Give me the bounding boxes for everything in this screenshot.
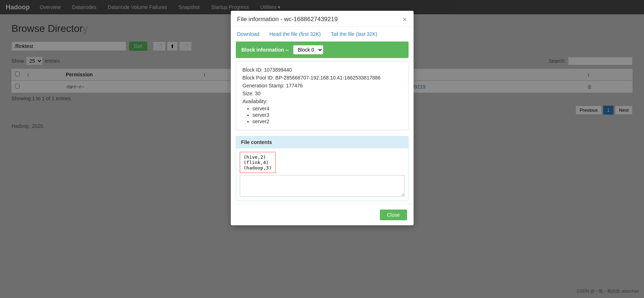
server-item-2: server3 — [253, 112, 402, 118]
download-link[interactable]: Download — [237, 31, 259, 37]
file-contents-section: File contents (hive,2) (flink,4) (hadoop… — [236, 136, 409, 138]
modal-close-button[interactable]: × — [403, 16, 407, 23]
generation-label: Generation Stamp: — [243, 83, 285, 88]
modal-overlay: File information - wc-1688627439219 × Do… — [0, 0, 644, 138]
block-id-value: 1073899440 — [264, 67, 292, 73]
block-pool-label: Block Pool ID: — [243, 75, 274, 81]
block-info-section: Block information -- Block 0 — [236, 42, 409, 58]
modal-title: File information - wc-1688627439219 — [237, 16, 338, 23]
size-label: Size: — [243, 91, 254, 96]
tail-file-link[interactable]: Tail the file (last 32K) — [331, 31, 377, 37]
block-pool-value: BP-285668707-192.168.10.41-1662533817886 — [275, 75, 381, 81]
availability-label: Availability: — [243, 98, 402, 104]
size-row: Size: 30 — [243, 91, 402, 96]
server-item-1: server4 — [253, 106, 402, 111]
block-details: Block ID: 1073899440 Block Pool ID: BP-2… — [236, 62, 409, 130]
block-id-row: Block ID: 1073899440 — [243, 67, 402, 73]
size-value: 30 — [255, 91, 261, 96]
generation-row: Generation Stamp: 177476 — [243, 83, 402, 88]
block-select[interactable]: Block 0 — [293, 45, 323, 54]
server-list: server4 server3 server2 — [243, 106, 402, 124]
block-info-label: Block information -- — [242, 47, 289, 53]
file-contents-header: File contents — [236, 136, 409, 138]
generation-value: 177476 — [286, 83, 303, 88]
modal-header: File information - wc-1688627439219 × — [231, 11, 414, 27]
modal-links: Download Head the file (first 32K) Tail … — [231, 27, 414, 42]
block-pool-row: Block Pool ID: BP-285668707-192.168.10.4… — [243, 75, 402, 81]
modal: File information - wc-1688627439219 × Do… — [231, 11, 414, 138]
head-file-link[interactable]: Head the file (first 32K) — [269, 31, 321, 37]
block-id-label: Block ID: — [243, 67, 263, 73]
server-item-3: server2 — [253, 119, 402, 124]
